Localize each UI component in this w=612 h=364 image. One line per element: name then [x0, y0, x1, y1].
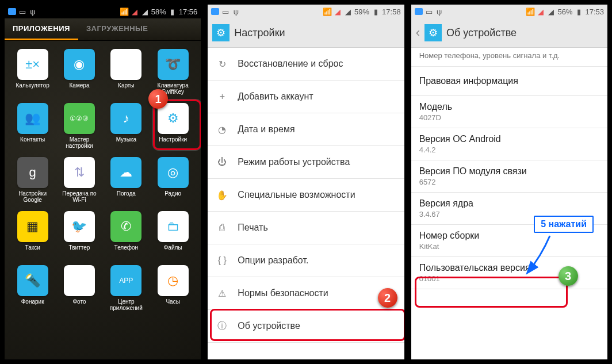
- wifi-icon: 📶: [120, 7, 128, 16]
- photos-icon: ✦: [64, 265, 95, 296]
- contacts-icon: 👥: [17, 103, 48, 134]
- status-bar: ▭ ψ 📶 ◢ ◢ 56% ▮ 17:53: [411, 5, 607, 18]
- gear-icon: ⚙: [424, 24, 442, 41]
- app-gsettings[interactable]: g Настройки Google: [10, 157, 55, 208]
- setting-row[interactable]: ✋ Специальные возможности: [208, 179, 404, 212]
- row-icon: ⏻: [216, 156, 228, 168]
- app-twitter[interactable]: 🐦 Твиттер: [57, 211, 101, 262]
- setting-row[interactable]: + Добавить аккаунт: [208, 81, 404, 113]
- about-item[interactable]: Правовая информация: [411, 67, 607, 96]
- setting-row[interactable]: ⏻ Режим работы устройства: [208, 146, 404, 179]
- back-icon[interactable]: ‹: [416, 25, 420, 40]
- screen-settings: ▭ ψ 📶 ◢ ◢ 59% ▮ 17:58 ⚙ Настройки ↻ Восс…: [206, 3, 405, 361]
- notification-icon: [415, 8, 423, 15]
- app-photos[interactable]: ✦ Фото: [57, 265, 101, 316]
- about-item[interactable]: Версия ПО модуля связи6572: [411, 160, 607, 193]
- row-label: Режим работы устройства: [238, 157, 350, 167]
- app-music[interactable]: ♪ Музыка: [104, 103, 148, 154]
- wifitr-icon: ⇅: [64, 157, 95, 188]
- maps-icon: ▲: [110, 49, 141, 80]
- action-bar: ⚙ Настройки: [208, 18, 404, 48]
- app-taxi[interactable]: ▦ Такси: [10, 211, 55, 262]
- app-label: Контакты: [20, 136, 45, 143]
- row-label: Нормы безопасности: [238, 288, 328, 298]
- about-value: 4027D: [419, 113, 599, 122]
- usb-icon: ψ: [29, 7, 37, 16]
- camera-icon: ◉: [64, 49, 95, 80]
- app-label: Центр приложений: [106, 298, 146, 311]
- app-label: Камера: [70, 82, 90, 89]
- signal1-icon: ◢: [131, 7, 139, 16]
- wifi-icon: 📶: [323, 7, 331, 16]
- app-calc[interactable]: ±× Калькулятор: [10, 49, 55, 99]
- app-appcenter[interactable]: APP Центр приложений: [104, 265, 148, 316]
- app-maps[interactable]: ▲ Карты: [104, 49, 148, 99]
- setting-row[interactable]: ↻ Восстановление и сброс: [208, 48, 404, 81]
- status-note: Номер телефона, уровень сигнала и т.д.: [411, 48, 607, 67]
- battery-percent: 56%: [557, 7, 572, 16]
- wizard-icon: ①②③: [64, 103, 95, 134]
- signal2-icon: ◢: [344, 7, 352, 16]
- about-title: Версия ОС Android: [419, 134, 599, 144]
- row-icon: ↻: [216, 58, 228, 70]
- app-settings[interactable]: ⚙ Настройки: [151, 103, 195, 154]
- torch-icon: 🔦: [17, 265, 48, 296]
- app-label: Погода: [117, 190, 136, 197]
- tab-downloaded[interactable]: ЗАГРУЖЕННЫЕ: [78, 18, 156, 40]
- app-phone[interactable]: ✆ Телефон: [104, 211, 148, 262]
- page-title: Настройки: [234, 27, 285, 39]
- about-title: Версия ядра: [419, 198, 599, 209]
- app-wifitr[interactable]: ⇅ Передача по Wi-Fi: [57, 157, 101, 208]
- setting-row[interactable]: ⎙ Печать: [208, 212, 404, 244]
- app-grid: ±× Калькулятор◉ Камера▲ Карты➰ Клавиатур…: [5, 41, 201, 359]
- app-label: Передача по Wi-Fi: [59, 190, 100, 203]
- app-label: Мастер настройки: [59, 136, 100, 149]
- signal1-icon: ◢: [537, 7, 545, 16]
- app-label: Файлы: [164, 244, 182, 251]
- app-weather[interactable]: ☁ Погода: [104, 157, 148, 208]
- battery-percent: 59%: [354, 7, 369, 16]
- app-camera[interactable]: ◉ Камера: [57, 49, 101, 99]
- signal1-icon: ◢: [334, 7, 342, 16]
- setting-row[interactable]: ⚠ Нормы безопасности: [208, 277, 404, 310]
- badge-step-2: 2: [378, 288, 397, 308]
- about-value: 6572: [419, 178, 599, 186]
- app-contacts[interactable]: 👥 Контакты: [10, 103, 55, 154]
- status-bar: ▭ ψ 📶 ◢ ◢ 58% ▮ 17:56: [5, 5, 201, 18]
- row-icon: { }: [216, 254, 228, 267]
- row-label: Восстановление и сброс: [238, 59, 343, 69]
- row-label: Дата и время: [238, 124, 294, 135]
- twitter-icon: 🐦: [64, 211, 95, 242]
- screenshot-icon: ▭: [425, 7, 433, 16]
- music-icon: ♪: [110, 103, 141, 134]
- app-clock[interactable]: ◷ Часы: [151, 265, 195, 316]
- phone-icon: ✆: [110, 211, 141, 242]
- battery-icon: ▮: [372, 7, 380, 16]
- about-item[interactable]: Пользовательская версия01001: [411, 257, 607, 289]
- screenshot-icon: ▭: [221, 7, 230, 16]
- badge-step-3: 3: [559, 266, 578, 286]
- app-torch[interactable]: 🔦 Фонарик: [10, 265, 55, 316]
- swiftkey-icon: ➰: [158, 49, 189, 80]
- tab-apps[interactable]: ПРИЛОЖЕНИЯ: [5, 18, 78, 40]
- setting-row[interactable]: { } Опции разработ.: [208, 244, 404, 277]
- setting-row[interactable]: ⓘ Об устройстве: [208, 310, 404, 343]
- battery-icon: ▮: [575, 7, 583, 16]
- notification-icon: [8, 8, 16, 15]
- app-files[interactable]: 🗀 Файлы: [151, 211, 195, 262]
- app-label: Фото: [73, 298, 86, 305]
- about-item[interactable]: Версия ОС Android4.4.2: [411, 128, 607, 160]
- row-label: Опции разработ.: [238, 255, 308, 266]
- row-label: Специальные возможности: [238, 190, 355, 200]
- signal2-icon: ◢: [547, 7, 555, 16]
- about-item[interactable]: Модель4027D: [411, 96, 607, 128]
- app-label: Фонарик: [21, 298, 44, 305]
- signal2-icon: ◢: [141, 7, 149, 16]
- badge-step-1: 1: [148, 89, 168, 109]
- app-radio[interactable]: ◎ Радио: [151, 157, 195, 208]
- row-label: Печать: [238, 223, 267, 233]
- row-icon: ✋: [216, 189, 228, 201]
- setting-row[interactable]: ◔ Дата и время: [208, 113, 404, 146]
- notification-icon: [211, 8, 219, 15]
- app-wizard[interactable]: ①②③ Мастер настройки: [57, 103, 101, 154]
